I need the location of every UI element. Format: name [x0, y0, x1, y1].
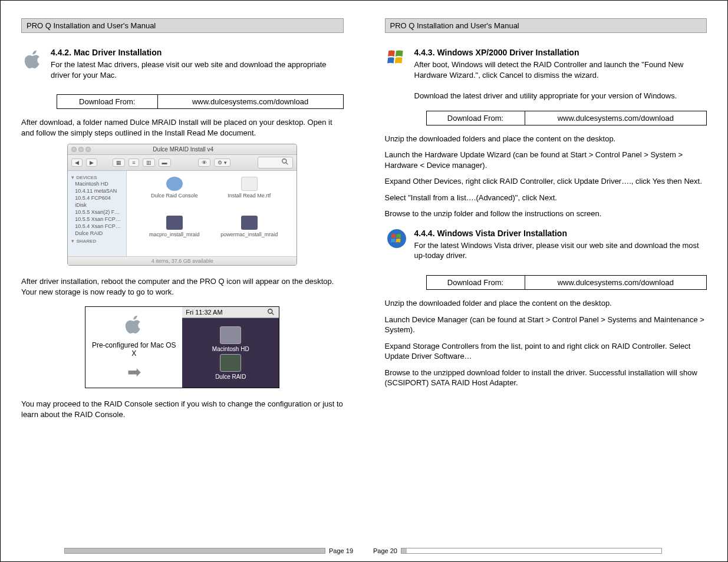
svg-point-4 [387, 229, 406, 248]
back-button[interactable]: ◀ [71, 158, 83, 167]
menubar-time: Fri 11:32 AM [186, 309, 222, 316]
list-item[interactable]: iDisk [70, 201, 124, 209]
desktop-screenshot: Pre-configured for Mac OS X ➡ Fri 11:32 … [85, 306, 279, 388]
mac-heading: 4.4.2. Mac Driver Installation [51, 48, 344, 57]
finder-item[interactable]: Dulce Raid Console [139, 177, 210, 212]
arrow-icon: ➡ [127, 362, 141, 382]
xp-p6: Select "Install from a list….(Advanced)"… [385, 193, 707, 203]
xp-p7: Browse to the unzip folder and follow th… [385, 209, 707, 219]
apple-icon [124, 313, 144, 336]
xp-p1: After boot, Windows will detect the RAID… [414, 59, 707, 80]
windows-xp-icon [385, 48, 409, 68]
mac-download-table: Download From:www.dulcesystems.com/downl… [57, 94, 344, 109]
spotlight-icon[interactable] [267, 308, 275, 316]
list-item[interactable]: 10.5.4 FCP604 [70, 194, 124, 201]
page-number-right: Page 20 [373, 547, 397, 554]
preconfigured-label: Pre-configured for Mac OS X [91, 341, 176, 358]
finder-item[interactable]: macpro_install_mraid [139, 216, 210, 251]
view-cover-button[interactable]: ▬ [159, 158, 171, 167]
finder-item[interactable]: Install Read Me.rtf [213, 177, 285, 212]
finder-title: Dulce MRAID Install v4 [91, 146, 275, 153]
download-label: Download From: [57, 95, 158, 109]
download-url: www.dulcesystems.com/download [157, 95, 343, 109]
finder-item[interactable]: powermac_install_mraid [213, 216, 285, 251]
page-number-left: Page 19 [329, 547, 353, 554]
footer-right: Page 20 [373, 547, 662, 554]
vista-p2: Unzip the downloaded folder and place th… [385, 298, 707, 309]
forward-button[interactable]: ▶ [86, 158, 97, 167]
quicklook-button[interactable]: 👁 [198, 158, 210, 167]
footer-left: Page 19 [64, 547, 353, 554]
xp-p2: Download the latest driver and utility a… [414, 91, 707, 101]
view-list-button[interactable]: ≡ [129, 158, 139, 167]
list-item[interactable]: Dulce RAID [70, 230, 124, 237]
mac-p1: For the latest Mac drivers, please visit… [51, 59, 344, 80]
download-label: Download From: [426, 111, 525, 125]
finder-status: 4 items, 37.6 GB available [68, 256, 297, 265]
vista-p5: Browse to the unzipped download folder t… [385, 368, 707, 388]
finder-search[interactable] [258, 157, 293, 168]
xp-p4: Launch the Hardware Update Wizard (can b… [385, 150, 707, 170]
windows-vista-icon [385, 229, 409, 249]
list-item[interactable]: Macintosh HD [70, 180, 124, 187]
vista-heading: 4.4.4. Windows Vista Driver Installation [414, 229, 707, 238]
view-col-button[interactable]: ▥ [143, 158, 155, 167]
list-item[interactable]: 10.5.4 Xsan FCP… [70, 223, 124, 230]
page-right: PRO Q Installation and User's Manual 4.4… [364, 1, 728, 561]
vista-p1: For the latest Windows Vista driver, ple… [414, 240, 707, 261]
finder-sidebar: ▼ DEVICES Macintosh HD 10.4.11 metaSAN 1… [68, 171, 127, 256]
finder-window: Dulce MRAID Install v4 ◀ ▶ ▦ ≡ ▥ ▬ 👁 ⚙ ▾ [67, 144, 297, 266]
xp-heading: 4.4.3. Windows XP/2000 Driver Installati… [414, 48, 707, 57]
apple-icon [21, 48, 45, 71]
download-url: www.dulcesystems.com/download [525, 111, 706, 125]
action-button[interactable]: ⚙ ▾ [214, 158, 230, 167]
search-icon [281, 158, 289, 166]
xp-download-table: Download From:www.dulcesystems.com/downl… [426, 111, 707, 125]
svg-point-2 [268, 309, 272, 313]
download-label: Download From: [426, 276, 525, 290]
vista-download-table: Download From:www.dulcesystems.com/downl… [426, 275, 707, 290]
header-left: PRO Q Installation and User's Manual [21, 18, 344, 33]
view-icon-button[interactable]: ▦ [113, 158, 125, 167]
vista-p3: Launch Device Manager (can be found at S… [385, 315, 707, 335]
vista-p4: Expand Storage Controllers from the list… [385, 341, 707, 362]
page-left: PRO Q Installation and User's Manual 4.4… [1, 1, 364, 561]
list-item[interactable]: 10.5.5 Xsan FCP… [70, 216, 124, 223]
list-item[interactable]: 10.4.11 metaSAN [70, 187, 124, 194]
header-right: PRO Q Installation and User's Manual [385, 18, 707, 33]
svg-line-3 [272, 313, 274, 315]
desktop-icon-raid[interactable]: Dulce RAID [215, 354, 246, 380]
mac-p2: After download, a folder named Dulce MRA… [21, 117, 344, 138]
svg-line-1 [286, 163, 288, 165]
mac-p4: You may proceed to the RAID Console sect… [21, 399, 344, 419]
download-url: www.dulcesystems.com/download [525, 276, 706, 290]
mac-p3: After driver installation, reboot the co… [21, 276, 344, 297]
list-item[interactable]: 10.5.5 Xsan(2) F… [70, 209, 124, 216]
svg-point-0 [282, 159, 286, 163]
desktop-icon-hd[interactable]: Macintosh HD [212, 326, 249, 352]
xp-p3: Unzip the downloaded folders and place t… [385, 134, 707, 144]
xp-p5: Expand Other Devices, right click RAID C… [385, 176, 707, 187]
